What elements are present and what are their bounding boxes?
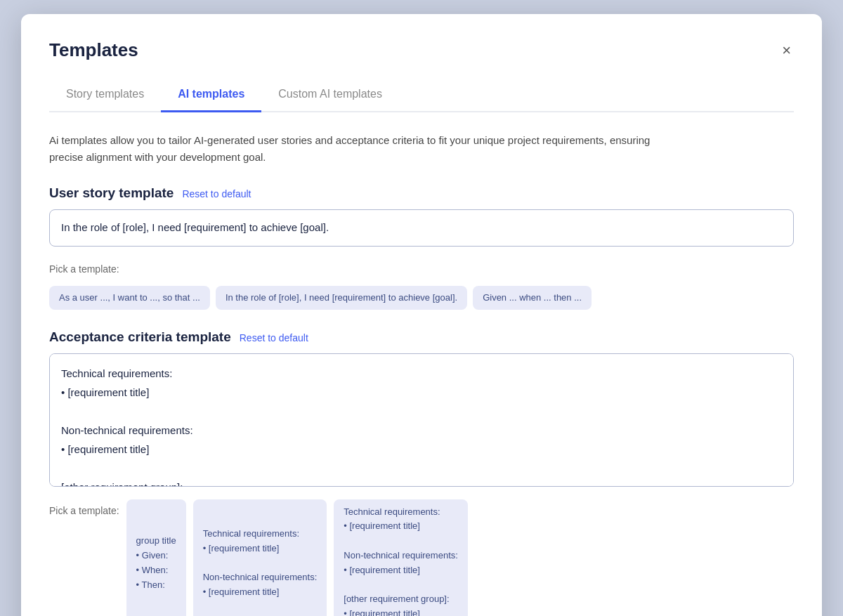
user-story-chip-1[interactable]: In the role of [role], I need [requireme… (216, 286, 467, 310)
modal-dialog: Templates × Story templates AI templates… (21, 14, 822, 616)
user-story-reset-button[interactable]: Reset to default (182, 188, 251, 199)
user-story-pick-label: Pick a template: (49, 263, 119, 275)
ai-description: Ai templates allow you to tailor AI-gene… (49, 132, 681, 166)
acceptance-criteria-pick-label: Pick a template: (49, 499, 119, 516)
tab-story-templates[interactable]: Story templates (49, 81, 161, 112)
criteria-chip-2[interactable]: Technical requirements:• [requirement ti… (334, 499, 468, 616)
user-story-section-header: User story template Reset to default (49, 185, 794, 201)
user-story-template-input[interactable] (49, 209, 794, 247)
acceptance-criteria-chips: group title• Given:• When:• Then: Techni… (126, 499, 468, 616)
acceptance-criteria-pick-row: Pick a template: group title• Given:• Wh… (49, 499, 794, 616)
user-story-chips: As a user ..., I want to ..., so that ..… (49, 286, 794, 310)
acceptance-criteria-reset-button[interactable]: Reset to default (240, 332, 308, 343)
user-story-section-title: User story template (49, 185, 174, 201)
user-story-chip-0[interactable]: As a user ..., I want to ..., so that ..… (49, 286, 210, 310)
modal-header: Templates × (49, 39, 794, 61)
acceptance-criteria-section-title: Acceptance criteria template (49, 329, 231, 345)
modal-title: Templates (49, 39, 138, 61)
acceptance-criteria-section-header: Acceptance criteria template Reset to de… (49, 329, 794, 345)
user-story-chip-2[interactable]: Given ... when ... then ... (473, 286, 592, 310)
tab-custom-ai-templates[interactable]: Custom AI templates (261, 81, 399, 112)
criteria-chip-0[interactable]: group title• Given:• When:• Then: (126, 499, 186, 616)
acceptance-criteria-textarea[interactable]: Technical requirements: • [requirement t… (49, 353, 794, 487)
criteria-chip-1[interactable]: Technical requirements:• [requirement ti… (193, 499, 327, 616)
tab-ai-templates[interactable]: AI templates (161, 81, 261, 112)
user-story-pick-row: Pick a template: (49, 255, 794, 280)
ai-templates-content: Ai templates allow you to tailor AI-gene… (49, 132, 794, 616)
close-button[interactable]: × (779, 40, 794, 61)
tab-bar: Story templates AI templates Custom AI t… (49, 81, 794, 112)
